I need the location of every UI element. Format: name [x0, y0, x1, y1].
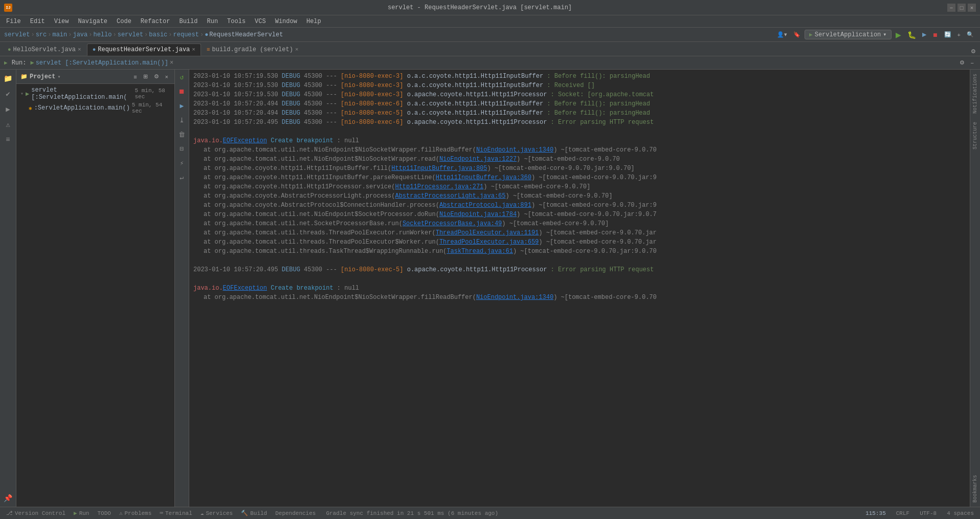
stack-link-3[interactable]: Http11InputBuffer.java:805 — [391, 165, 487, 172]
stack-link-9[interactable]: SocketProcessorBase.java:49 — [403, 220, 502, 227]
stop-run-btn[interactable]: ⏹ — [176, 86, 188, 97]
project-settings-btn[interactable]: ⚙ — [152, 72, 161, 81]
coverage-button[interactable]: ▶ — [920, 30, 928, 39]
tab-close-gradle[interactable]: × — [295, 47, 299, 53]
add-config-button[interactable]: + — [955, 31, 963, 39]
terminal-label: Terminal — [165, 510, 192, 516]
run-header-minimize[interactable]: − — [969, 58, 976, 67]
minimize-button[interactable]: − — [947, 4, 955, 12]
menu-code[interactable]: Code — [113, 17, 136, 26]
wrap-btn[interactable]: ↵ — [176, 172, 188, 183]
menu-refactor[interactable]: Refactor — [137, 17, 174, 26]
console-output[interactable]: 2023-01-10 10:57:19.530 DEBUG 45300 --- … — [189, 70, 970, 507]
build-status[interactable]: 🔨 Build — [239, 509, 269, 517]
tree-item-run-main[interactable]: ▾ ▶ servlet [:ServletApplication.main( 5… — [16, 86, 174, 101]
breadcrumb-src[interactable]: src — [36, 31, 47, 38]
create-breakpoint-1[interactable]: Create breakpoint — [267, 137, 333, 144]
menu-navigate[interactable]: Navigate — [74, 17, 112, 26]
breadcrumb-request[interactable]: request — [173, 31, 199, 38]
cursor-position[interactable]: 115:35 — [863, 510, 888, 517]
run-button[interactable]: ▶ — [894, 30, 903, 40]
stack-link-5[interactable]: Http11Processor.java:271 — [395, 183, 483, 190]
eof-exception-link-1[interactable]: EOFException — [223, 137, 267, 144]
breadcrumb-basic[interactable]: basic — [149, 31, 167, 38]
version-control-status[interactable]: ⎇ Version Control — [4, 509, 68, 517]
notifications-tab[interactable]: Notifications — [971, 70, 979, 118]
breadcrumb-servlet[interactable]: servlet — [4, 31, 30, 38]
sidebar-project-icon[interactable]: 📁 — [2, 72, 15, 85]
filter-btn[interactable]: ⚡ — [176, 158, 188, 169]
collapse-tree-btn[interactable]: ⊟ — [176, 143, 188, 155]
menu-window[interactable]: Window — [271, 17, 301, 26]
eof-exception-link-2[interactable]: EOFException — [223, 285, 267, 292]
menu-run[interactable]: Run — [203, 17, 222, 26]
encoding[interactable]: UTF-8 — [918, 510, 939, 517]
maximize-button[interactable]: □ — [957, 4, 966, 12]
indent-setting[interactable]: 4 spaces — [945, 510, 976, 517]
breadcrumb-main[interactable]: main — [52, 31, 67, 38]
clear-btn[interactable]: 🗑 — [176, 129, 188, 140]
line-ending[interactable]: CRLF — [894, 510, 911, 517]
project-expand-btn[interactable]: ⊞ — [141, 72, 150, 81]
tab-hello-servlet[interactable]: ● HelloServlet.java × — [2, 44, 87, 56]
restart-btn[interactable]: ↺ — [176, 72, 188, 83]
sidebar-pin-icon[interactable]: 📌 — [2, 491, 15, 505]
project-dropdown-arrow[interactable]: ▾ — [57, 74, 60, 80]
stack-link-10[interactable]: ThreadPoolExecutor.java:1191 — [436, 229, 539, 236]
stack-link-8[interactable]: NioEndpoint.java:1784 — [439, 211, 517, 218]
run-config-selector[interactable]: ▶ ServletApplication ▾ — [805, 30, 891, 39]
nav-profile-btn[interactable]: 👤▾ — [775, 30, 789, 39]
stop-button[interactable]: ⏹ — [930, 31, 940, 39]
services-status[interactable]: ☁ Services — [198, 509, 235, 517]
close-button[interactable]: × — [968, 4, 976, 12]
menu-tools[interactable]: Tools — [223, 17, 250, 26]
scroll-end-btn[interactable]: ⤓ — [176, 115, 188, 126]
menu-help[interactable]: Help — [302, 17, 325, 26]
structure-tab[interactable]: Structure — [971, 118, 979, 154]
search-button[interactable]: 🔍 — [965, 30, 976, 39]
project-close-btn[interactable]: × — [163, 72, 170, 81]
run-status[interactable]: ▶ Run — [72, 509, 91, 517]
sidebar-run-icon[interactable]: ▶ — [2, 102, 15, 116]
run-config-tab[interactable]: ▶ servlet [:ServletApplication.main()] × — [30, 59, 173, 67]
tab-settings-btn[interactable]: ⚙ — [969, 47, 978, 56]
run-panel-title: Run: — [12, 59, 27, 67]
stack-link-4[interactable]: Http11InputBuffer.java:360 — [436, 174, 531, 181]
tab-close-request[interactable]: × — [192, 47, 195, 53]
nav-bookmark-btn[interactable]: 🔖 — [791, 30, 803, 39]
stack-link-7[interactable]: AbstractProtocol.java:891 — [439, 202, 531, 209]
menu-edit[interactable]: Edit — [26, 17, 49, 26]
menu-vcs[interactable]: VCS — [251, 17, 270, 26]
stack-link-13[interactable]: NioEndpoint.java:1340 — [476, 294, 553, 301]
sidebar-problems-icon[interactable]: ⚠ — [2, 118, 15, 131]
menu-build[interactable]: Build — [175, 17, 202, 26]
sync-button[interactable]: 🔄 — [942, 30, 953, 39]
menu-file[interactable]: File — [2, 17, 25, 26]
resume-btn[interactable]: ▶ — [176, 100, 188, 112]
create-breakpoint-2[interactable]: Create breakpoint — [267, 285, 333, 292]
terminal-status[interactable]: ⌨ Terminal — [158, 509, 194, 517]
breadcrumb-hello[interactable]: hello — [93, 31, 112, 38]
dependencies-status[interactable]: Dependencies — [273, 510, 318, 517]
sidebar-structure-icon[interactable]: ≡ — [2, 133, 15, 146]
tab-close-hello[interactable]: × — [78, 47, 81, 53]
stack-link-12[interactable]: TaskThread.java:61 — [447, 248, 513, 255]
breadcrumb-servlet2[interactable]: servlet — [118, 31, 143, 38]
stack-link-6[interactable]: AbstractProcessorLight.java:65 — [395, 192, 505, 200]
tab-build-gradle[interactable]: ≡ build.gradle (servlet) × — [201, 44, 304, 56]
todo-status[interactable]: TODO — [95, 510, 113, 517]
project-collapse-btn[interactable]: ≡ — [131, 72, 139, 81]
sidebar-commit-icon[interactable]: ✔ — [2, 87, 15, 100]
stack-link-1[interactable]: NioEndpoint.java:1340 — [476, 146, 553, 154]
tree-item-run-sub[interactable]: ✱ :ServletApplication.main() 5 min, 54 s… — [16, 101, 174, 115]
stack-link-11[interactable]: ThreadPoolExecutor.java:659 — [439, 239, 539, 246]
menu-view[interactable]: View — [50, 17, 73, 26]
tab-request-header-servlet[interactable]: ● RequestHeaderServlet.java × — [87, 44, 201, 56]
run-tab-close[interactable]: × — [170, 59, 173, 67]
run-header-settings[interactable]: ⚙ — [957, 58, 967, 67]
bookmarks-tab[interactable]: Bookmarks — [971, 471, 979, 507]
stack-link-2[interactable]: NioEndpoint.java:1227 — [439, 156, 517, 163]
debug-button[interactable]: 🐛 — [905, 30, 918, 40]
breadcrumb-java[interactable]: java — [73, 31, 87, 38]
problems-status[interactable]: ⚠ Problems — [117, 509, 153, 517]
